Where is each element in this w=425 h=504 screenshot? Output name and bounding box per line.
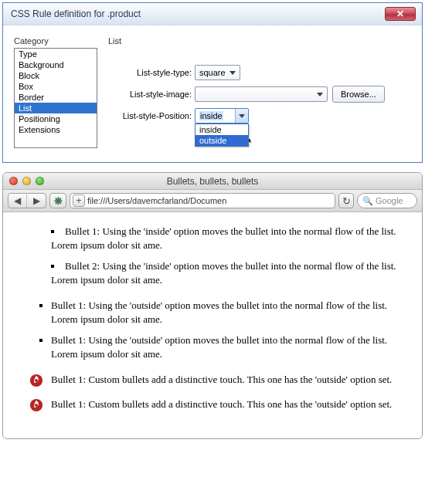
outside-list: Bullet 1: Using the 'outside' option mov… (20, 299, 405, 360)
category-heading: Category (14, 36, 97, 48)
url-text: file:///Users/davemcfarland/Documen (87, 196, 226, 205)
evernote-icon[interactable]: ❋ (49, 193, 66, 208)
traffic-lights (9, 177, 44, 185)
list-item: Bullet 1: Custom bullets add a distincti… (29, 397, 405, 411)
list-item: Bullet 1: Using the 'outside' option mov… (51, 299, 405, 326)
list-item: Bullet 1: Custom bullets add a distincti… (29, 373, 405, 387)
position-option-outside[interactable]: outside (196, 135, 248, 146)
address-bar[interactable]: + file:///Users/davemcfarland/Documen (70, 193, 335, 208)
dialog-titlebar: CSS Rule definition for .product ✕ (3, 3, 422, 25)
back-button[interactable]: ◀ (8, 194, 27, 208)
close-window-button[interactable] (9, 177, 18, 185)
list-style-position-dropdown: insideoutside (195, 123, 249, 147)
browse-button-label: Browse... (341, 90, 376, 99)
forward-button[interactable]: ▶ (27, 194, 46, 208)
category-item-background[interactable]: Background (15, 59, 97, 70)
category-list[interactable]: TypeBackgroundBlockBoxBorderListPosition… (14, 48, 97, 148)
browser-titlebar: Bullets, bullets, bullets (3, 173, 422, 190)
category-item-extensions[interactable]: Extensions (15, 124, 97, 135)
chevron-down-icon[interactable] (235, 109, 248, 123)
category-item-list[interactable]: List (15, 103, 97, 113)
add-bookmark-button[interactable]: + (73, 194, 85, 207)
list-style-position-wrap: inside insideoutside (195, 108, 249, 123)
inside-list: Bullet 1: Using the 'inside' option move… (20, 225, 405, 286)
list-style-position-value: inside (199, 111, 223, 120)
reload-button[interactable]: ↻ (338, 193, 354, 208)
list-item: Bullet 1: Using the 'outside' option mov… (51, 333, 405, 360)
search-field[interactable]: 🔍 Google (357, 193, 417, 208)
list-style-type-value: square (199, 68, 226, 77)
category-item-positioning[interactable]: Positioning (15, 113, 97, 124)
category-item-block[interactable]: Block (15, 70, 97, 81)
list-item: Bullet 2: Using the 'inside' option move… (51, 259, 405, 286)
category-item-border[interactable]: Border (15, 92, 97, 103)
category-item-type[interactable]: Type (15, 49, 97, 59)
browse-button[interactable]: Browse... (332, 86, 385, 103)
close-button[interactable]: ✕ (385, 7, 416, 21)
svg-point-1 (35, 379, 38, 382)
list-style-position-label: List-style-Position: (108, 111, 195, 120)
list-style-image-label: List-style-image: (108, 90, 195, 99)
search-icon: 🔍 (362, 196, 373, 206)
list-style-position-select[interactable]: inside (195, 108, 249, 123)
list-style-type-label: List-style-type: (108, 68, 195, 77)
svg-point-3 (35, 404, 38, 407)
browser-window: Bullets, bullets, bullets ◀ ▶ ❋ + file:/… (2, 172, 423, 439)
custom-list: Bullet 1: Custom bullets add a distincti… (20, 373, 405, 411)
list-style-image-select[interactable] (195, 86, 328, 102)
dialog-title: CSS Rule definition for .product (11, 8, 141, 19)
page-content: Bullet 1: Using the 'inside' option move… (3, 212, 422, 438)
css-rule-dialog: CSS Rule definition for .product ✕ Categ… (2, 2, 423, 163)
browser-window-title: Bullets, bullets, bullets (3, 176, 422, 187)
zoom-window-button[interactable] (36, 177, 44, 185)
browser-toolbar: ◀ ▶ ❋ + file:///Users/davemcfarland/Docu… (3, 190, 422, 212)
panel-heading: List (108, 36, 411, 48)
search-placeholder: Google (376, 196, 403, 205)
list-item: Bullet 1: Using the 'inside' option move… (51, 225, 405, 252)
nav-buttons: ◀ ▶ (8, 193, 46, 208)
position-option-inside[interactable]: inside (196, 124, 248, 135)
list-style-type-select[interactable]: square (195, 65, 240, 80)
close-icon: ✕ (396, 8, 404, 19)
custom-bullet-icon (29, 374, 43, 387)
category-item-box[interactable]: Box (15, 81, 97, 92)
custom-bullet-icon (29, 398, 43, 412)
minimize-window-button[interactable] (22, 177, 31, 185)
